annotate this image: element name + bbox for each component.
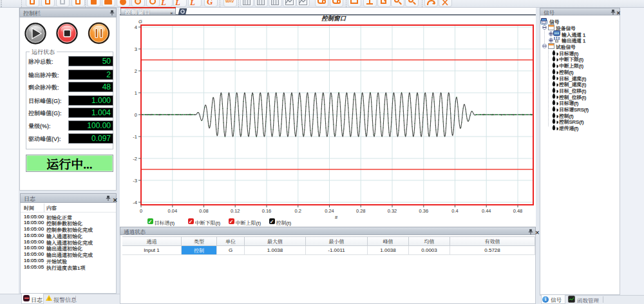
svg-text:0.24: 0.24 (325, 208, 334, 214)
svg-text:-3: -3 (133, 178, 137, 184)
svg-text:0: 0 (140, 208, 142, 214)
svg-text:0.48: 0.48 (513, 208, 523, 214)
svg-text:0.16: 0.16 (262, 208, 272, 214)
svg-text:1: 1 (135, 90, 137, 96)
svg-text:3: 3 (135, 46, 137, 52)
svg-text:控制窗口: 控制窗口 (321, 15, 347, 23)
svg-text:0: 0 (135, 112, 137, 118)
svg-text:0.32: 0.32 (388, 208, 397, 214)
svg-text:0.12: 0.12 (231, 208, 240, 214)
svg-text:G: G (138, 19, 142, 24)
svg-text:-2: -2 (133, 156, 137, 162)
svg-text:#: # (335, 214, 338, 220)
svg-text:4: 4 (135, 24, 137, 30)
svg-text:0.2: 0.2 (295, 208, 301, 214)
svg-text:0.28: 0.28 (356, 208, 366, 214)
svg-text:-4: -4 (133, 200, 137, 205)
svg-text:2: 2 (135, 68, 137, 74)
svg-text:0.08: 0.08 (199, 208, 209, 214)
svg-text:0.44: 0.44 (482, 208, 491, 214)
svg-text:0.4: 0.4 (451, 208, 458, 214)
svg-text:0.36: 0.36 (419, 208, 428, 214)
svg-text:0.04: 0.04 (167, 208, 177, 214)
svg-text:-1: -1 (133, 134, 137, 140)
